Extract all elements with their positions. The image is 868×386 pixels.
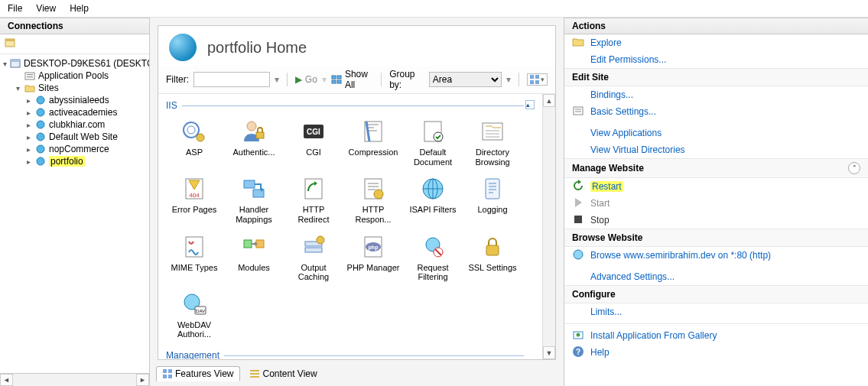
group-iis-heading[interactable]: IIS ▴ <box>166 100 535 111</box>
svg-rect-63 <box>250 376 259 378</box>
actions-panel: Actions Explore Edit Permissions... Edit… <box>564 18 868 386</box>
action-label: Edit Permissions... <box>590 54 666 65</box>
feature-php-manager[interactable]: phpPHP Manager <box>345 231 401 285</box>
scroll-track[interactable] <box>543 107 555 346</box>
tree-site[interactable]: ▸ nopCommerce <box>23 143 148 155</box>
mime-icon <box>181 234 207 260</box>
feature-logging[interactable]: Logging <box>464 173 521 227</box>
tree-site[interactable]: ▸ activeacademies <box>23 106 148 118</box>
tree-server[interactable]: ▾ DESKTOP-D9KES61 (DESKTOP <box>2 57 148 70</box>
tab-content-view[interactable]: Content View <box>243 366 323 381</box>
menu-view[interactable]: View <box>36 3 56 14</box>
tree-sites[interactable]: ▾ Sites <box>12 82 148 94</box>
action-basic-settings[interactable]: Basic Settings... <box>564 103 868 120</box>
scroll-left-icon[interactable]: ◄ <box>0 374 13 386</box>
action-view-virtual-directories[interactable]: View Virtual Directories <box>564 141 868 158</box>
show-all-button[interactable]: Show All <box>331 69 373 90</box>
feature-mime-types[interactable]: MIME Types <box>166 231 223 285</box>
feature-directory-browsing[interactable]: Directory Browsing <box>464 115 521 170</box>
action-label: Start <box>590 198 610 209</box>
svg-rect-6 <box>27 76 33 77</box>
chevron-right-icon[interactable]: ▸ <box>24 121 32 129</box>
chevron-right-icon[interactable]: ▸ <box>24 145 32 154</box>
feature-compression[interactable]: Compression <box>345 115 401 170</box>
svg-point-10 <box>37 133 44 141</box>
tab-features-view[interactable]: Features View <box>156 366 240 381</box>
server-icon <box>10 58 21 69</box>
feature-label: WebDAV Authori... <box>167 320 221 339</box>
action-explore[interactable]: Explore <box>564 34 868 51</box>
svg-rect-31 <box>483 123 502 140</box>
tree-site[interactable]: ▸ abyssinialeeds <box>23 94 148 106</box>
tree-site-portfolio[interactable]: ▸ portfolio <box>23 155 148 167</box>
chevron-down-icon[interactable]: ▾ <box>3 60 7 68</box>
go-button[interactable]: ▶ Go <box>295 74 317 85</box>
feature-output-caching[interactable]: Output Caching <box>285 231 342 285</box>
feature-webdav[interactable]: DAVWebDAV Authori... <box>166 288 223 342</box>
feature-asp[interactable]: ASP <box>166 115 223 170</box>
action-install-from-gallery[interactable]: Install Application From Gallery <box>564 327 868 344</box>
action-label: Bindings... <box>590 89 633 100</box>
chevron-right-icon[interactable]: ▸ <box>24 96 32 105</box>
collapse-icon[interactable]: ˄ <box>848 162 860 174</box>
svg-text:?: ? <box>576 348 580 356</box>
horizontal-scrollbar[interactable]: ◄ ► <box>0 373 149 386</box>
filter-input[interactable] <box>193 72 270 87</box>
feature-authentication[interactable]: Authentic... <box>226 115 282 170</box>
feature-http-redirect[interactable]: HTTP Redirect <box>285 173 342 227</box>
lock-icon <box>480 234 506 260</box>
feature-handler-mappings[interactable]: Handler Mappings <box>226 173 282 227</box>
feature-label: ASP <box>186 148 203 157</box>
chevron-down-icon[interactable]: ▾ <box>14 84 21 92</box>
action-help[interactable]: ? Help <box>564 344 868 361</box>
feature-ssl-settings[interactable]: SSL Settings <box>464 231 521 285</box>
action-stop[interactable]: Stop <box>564 212 868 229</box>
feature-cgi[interactable]: CGICGI <box>285 115 342 170</box>
scroll-right-icon[interactable]: ► <box>136 374 149 386</box>
svg-point-23 <box>197 134 204 141</box>
show-all-icon <box>331 74 342 85</box>
action-label: Explore <box>590 37 622 48</box>
group-by-select[interactable]: Area <box>429 72 502 87</box>
vertical-scrollbar[interactable]: ▲ ▼ <box>542 94 555 359</box>
feature-modules[interactable]: Modules <box>226 231 282 285</box>
app-pools-icon <box>24 70 35 81</box>
menu-help[interactable]: Help <box>70 3 89 14</box>
view-mode-button[interactable]: ▾ <box>527 73 548 86</box>
tree-site[interactable]: ▸ Default Web Site <box>23 131 148 143</box>
tree-app-pools[interactable]: Application Pools <box>12 70 148 82</box>
action-edit-permissions[interactable]: Edit Permissions... <box>564 51 868 68</box>
tree-site[interactable]: ▸ clubkhiar.com <box>23 118 148 131</box>
connections-tree: ▾ DESKTOP-D9KES61 (DESKTOP Application P… <box>0 54 149 373</box>
scroll-down-icon[interactable]: ▼ <box>543 346 555 359</box>
feature-http-response[interactable]: HTTP Respon... <box>345 173 401 227</box>
group-management-heading[interactable]: Management <box>166 350 535 359</box>
feature-error-pages[interactable]: 404Error Pages <box>166 173 223 227</box>
action-bindings[interactable]: Bindings... <box>564 86 868 103</box>
tree-sites-label: Sites <box>38 83 59 93</box>
action-browse-site[interactable]: Browse www.semiribrahim.dev on *:80 (htt… <box>564 247 868 264</box>
scroll-up-icon[interactable]: ▲ <box>543 94 555 107</box>
action-restart[interactable]: Restart <box>564 178 868 195</box>
feature-isapi-filters[interactable]: ISAPI Filters <box>405 173 461 227</box>
group-management-label: Management <box>166 350 224 359</box>
svg-text:CGI: CGI <box>307 128 320 136</box>
chevron-right-icon[interactable]: ▸ <box>24 109 32 117</box>
chevron-right-icon[interactable]: ▸ <box>24 133 32 141</box>
menu-file[interactable]: File <box>8 3 22 14</box>
feature-default-document[interactable]: Default Document <box>405 115 461 170</box>
feature-request-filtering[interactable]: Request Filtering <box>405 231 461 285</box>
response-icon <box>360 176 386 202</box>
tree-site-label: activeacademies <box>49 107 117 118</box>
svg-point-8 <box>37 109 44 116</box>
collapse-icon[interactable]: ▴ <box>525 100 535 109</box>
refresh-icon[interactable] <box>5 37 17 49</box>
feature-label: Compression <box>349 148 398 157</box>
action-advanced-settings[interactable]: Advanced Settings... <box>564 268 868 285</box>
feature-label: Error Pages <box>172 205 217 215</box>
asp-icon <box>181 118 207 144</box>
action-limits[interactable]: Limits... <box>564 303 868 320</box>
scroll-track[interactable] <box>13 374 136 386</box>
action-view-applications[interactable]: View Applications <box>564 125 868 141</box>
chevron-right-icon[interactable]: ▸ <box>24 157 32 166</box>
